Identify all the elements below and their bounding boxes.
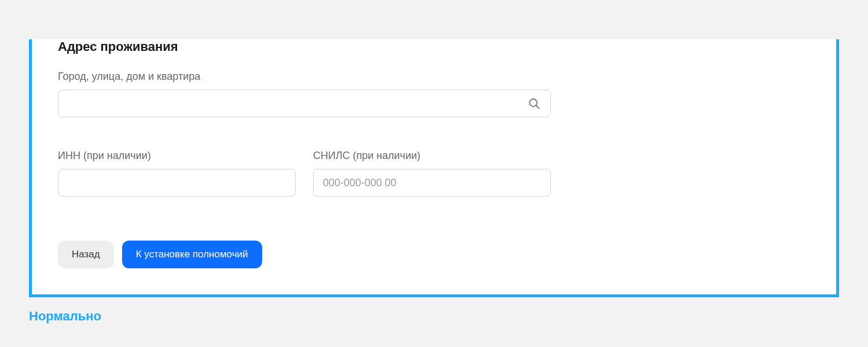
snils-field: СНИЛС (при наличии) xyxy=(313,150,551,197)
button-row: Назад К установке полномочий xyxy=(58,241,810,268)
address-label: Город, улица, дом и квартира xyxy=(58,71,551,83)
back-button[interactable]: Назад xyxy=(58,241,114,268)
form-panel: Адрес проживания Город, улица, дом и ква… xyxy=(29,39,839,297)
snils-label: СНИЛС (при наличии) xyxy=(313,150,551,162)
inn-input[interactable] xyxy=(58,169,296,197)
section-title: Адрес проживания xyxy=(58,39,810,54)
inn-field: ИНН (при наличии) xyxy=(58,150,296,197)
status-text: Нормально xyxy=(29,309,839,324)
address-field: Город, улица, дом и квартира xyxy=(58,71,551,117)
inn-label: ИНН (при наличии) xyxy=(58,150,296,162)
next-button[interactable]: К установке полномочий xyxy=(122,241,262,268)
address-input[interactable] xyxy=(58,90,551,117)
snils-input[interactable] xyxy=(313,169,551,197)
